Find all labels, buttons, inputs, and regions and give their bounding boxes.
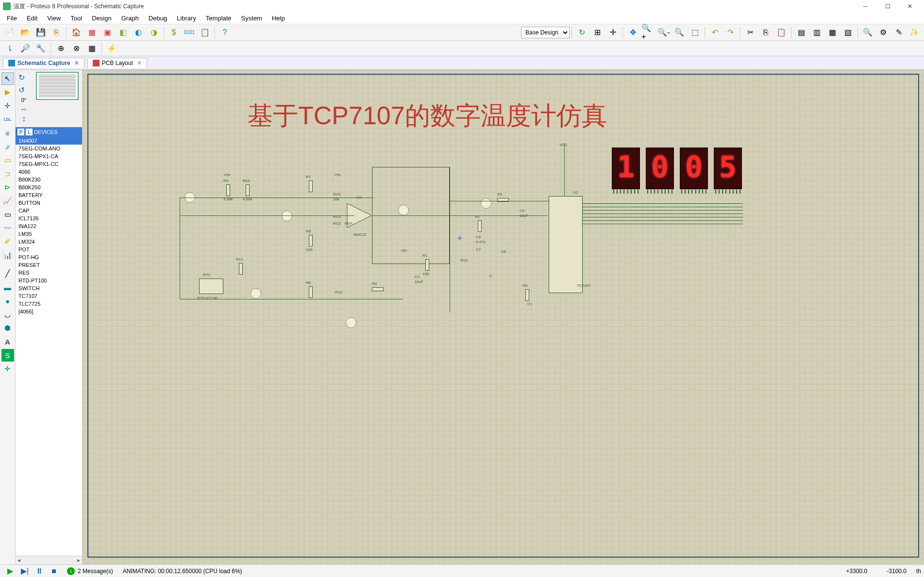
terminal-tool-icon[interactable]: ⊐	[1, 167, 14, 180]
minimize-button[interactable]: ─	[854, 0, 876, 13]
menu-system[interactable]: System	[236, 14, 267, 23]
copy-icon[interactable]: ⎘	[758, 26, 773, 39]
schematic-canvas[interactable]: 基于TCP7107的数字温度计仿真 1 0 0 5 U2 TC7107	[83, 70, 924, 564]
pause-button[interactable]: ⏸	[33, 566, 46, 577]
source-icon[interactable]: 0101	[182, 26, 197, 39]
block-move-icon[interactable]: ▥	[809, 26, 824, 39]
marker-tool-icon[interactable]: ✛	[1, 363, 14, 375]
scroll-left-icon[interactable]: ◄	[17, 558, 21, 563]
search-part-icon[interactable]: 🔎	[18, 42, 33, 55]
wire-tool-icon[interactable]: ⤹	[2, 42, 17, 55]
package-icon[interactable]: ⚙	[876, 26, 890, 39]
close-button[interactable]: ✕	[899, 0, 921, 13]
device-item[interactable]: RTD-PT100	[16, 277, 82, 284]
play-button[interactable]: ▶	[4, 566, 17, 577]
grid-icon[interactable]: ⊞	[590, 26, 605, 39]
device-item[interactable]: 1N4007	[16, 137, 82, 145]
refresh-icon[interactable]: ↻	[574, 26, 589, 39]
text-a-icon[interactable]: A	[1, 335, 14, 348]
pan-icon[interactable]: ✥	[625, 26, 640, 39]
device-item[interactable]: 7SEG-MPX1-CC	[16, 160, 82, 168]
open-file-icon[interactable]: 📂	[18, 26, 33, 39]
subcircuit-tool-icon[interactable]: ▭	[1, 154, 14, 166]
block-delete-icon[interactable]: ▧	[840, 26, 855, 39]
menu-tool[interactable]: Tool	[66, 14, 87, 23]
messages-indicator[interactable]: i 2 Message(s)	[67, 567, 113, 575]
device-item[interactable]: PRESET	[16, 261, 82, 269]
device-item[interactable]: 4066	[16, 168, 82, 176]
device-item[interactable]: BUTTON	[16, 199, 82, 207]
pin-tool-icon[interactable]: ⊳	[1, 181, 14, 194]
tab-close-icon[interactable]: ✕	[137, 60, 142, 66]
menu-file[interactable]: File	[2, 14, 22, 23]
device-item[interactable]: ICL7135	[16, 214, 82, 222]
device-item[interactable]: 7SEG-COM-ANO	[16, 145, 82, 152]
tape-tool-icon[interactable]: ▭	[1, 208, 14, 221]
import-icon[interactable]: ⎘	[49, 26, 64, 39]
symbol-tool-icon[interactable]: S	[1, 349, 14, 362]
menu-edit[interactable]: Edit	[22, 14, 42, 23]
text-tool-icon[interactable]: ≡	[1, 127, 14, 139]
bus-tool-icon[interactable]: ⫽	[1, 140, 14, 153]
help-icon[interactable]: ?	[218, 26, 232, 39]
menu-library[interactable]: Library	[172, 14, 201, 23]
junction-tool-icon[interactable]: ✛	[1, 99, 14, 112]
graph-tool-icon[interactable]: 📈	[1, 195, 14, 207]
paste-icon[interactable]: 📋	[774, 26, 789, 39]
save-file-icon[interactable]: 💾	[34, 26, 48, 39]
device-item[interactable]: INA122	[16, 222, 82, 230]
line-tool-icon[interactable]: ╱	[1, 267, 14, 280]
sheet-props-icon[interactable]: ▦	[84, 42, 99, 55]
circle-tool-icon[interactable]: ●	[1, 295, 14, 307]
device-list[interactable]: 1N40077SEG-COM-ANO7SEG-MPX1-CA7SEG-MPX1-…	[16, 137, 82, 556]
box-tool-icon[interactable]: ▬	[1, 281, 14, 294]
bom-table-icon[interactable]: $	[167, 26, 181, 39]
zoom-area-icon[interactable]: ⬚	[688, 26, 702, 39]
overview-thumbnail[interactable]	[36, 72, 79, 100]
arc-tool-icon[interactable]: ◡	[1, 308, 14, 321]
maximize-button[interactable]: ☐	[876, 0, 899, 13]
add-sheet-icon[interactable]: ⊕	[53, 42, 68, 55]
library-button[interactable]: L	[26, 129, 33, 135]
device-item[interactable]: POT	[16, 246, 82, 253]
device-item[interactable]: TC7107	[16, 292, 82, 300]
zoom-in-icon[interactable]: 🔍+	[641, 26, 655, 39]
selection-tool-icon[interactable]: ↖	[1, 72, 14, 85]
device-item[interactable]: SWITCH	[16, 284, 82, 292]
step-button[interactable]: ▶|	[18, 566, 31, 577]
gerber-icon[interactable]: ◐	[131, 26, 146, 39]
3d-icon[interactable]: ◧	[116, 26, 130, 39]
wand-icon[interactable]: ✨	[907, 26, 922, 39]
delete-sheet-icon[interactable]: ⊗	[69, 42, 84, 55]
flip-v-icon[interactable]: ↕	[19, 115, 28, 123]
schematic-icon[interactable]: ▦	[84, 26, 99, 39]
undo-icon[interactable]: ↶	[707, 26, 722, 39]
probe-tool-icon[interactable]: ✐	[1, 235, 14, 248]
device-item[interactable]: LM35	[16, 230, 82, 238]
horizontal-scrollbar[interactable]: ◄ ►	[16, 556, 82, 564]
pick-icon[interactable]: 🔍	[860, 26, 875, 39]
zoom-fit-icon[interactable]: 🔍	[672, 26, 687, 39]
scroll-right-icon[interactable]: ►	[76, 558, 81, 563]
label-tool-icon[interactable]: LBL	[1, 113, 14, 126]
tab-schematic-capture[interactable]: Schematic Capture ✕	[3, 58, 84, 68]
device-item[interactable]: BATTERY	[16, 191, 82, 199]
device-item[interactable]: TLC7725	[16, 300, 82, 308]
menu-help[interactable]: Help	[267, 14, 290, 23]
new-file-icon[interactable]: 📄	[2, 26, 17, 39]
menu-view[interactable]: View	[42, 14, 66, 23]
block-rotate-icon[interactable]: ▦	[825, 26, 840, 39]
design-selector[interactable]: Base Design	[521, 27, 570, 38]
device-item[interactable]: POT-HG	[16, 253, 82, 261]
device-item[interactable]: B80K250	[16, 183, 82, 191]
stop-button[interactable]: ■	[48, 566, 60, 577]
instrument-tool-icon[interactable]: 📊	[1, 249, 14, 262]
cut-icon[interactable]: ✂	[743, 26, 757, 39]
rotate-cw-icon[interactable]: ↻	[18, 73, 29, 83]
device-item[interactable]: B80K230	[16, 176, 82, 183]
menu-template[interactable]: Template	[201, 14, 236, 23]
home-icon[interactable]: 🏠	[69, 26, 84, 39]
lightning-icon[interactable]: ⚡	[104, 42, 119, 55]
menu-graph[interactable]: Graph	[117, 14, 144, 23]
component-tool-icon[interactable]: ▶	[1, 86, 14, 99]
